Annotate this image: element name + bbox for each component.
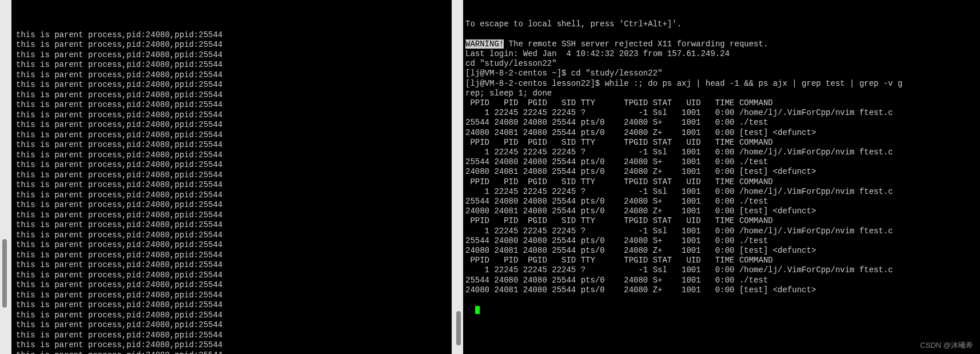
- ps-header: PPID PID PGID SID TTY TPGID STAT UID TIM…: [465, 256, 980, 265]
- output-line: this is parent process,pid:24080,ppid:25…: [16, 311, 452, 321]
- output-line: this is parent process,pid:24080,ppid:25…: [16, 300, 452, 311]
- ps-row: 1 22245 22245 22245 ? -1 Ssl 1001 0:00 /…: [465, 148, 980, 157]
- output-line: this is parent process,pid:24080,ppid:25…: [16, 230, 452, 241]
- left-terminal-pane[interactable]: this is parent process,pid:24080,ppid:25…: [0, 0, 452, 354]
- right-terminal-pane[interactable]: To escape to local shell, press 'Ctrl+Al…: [463, 0, 980, 354]
- output-line: this is parent process,pid:24080,ppid:25…: [16, 250, 452, 261]
- right-terminal-output: To escape to local shell, press 'Ctrl+Al…: [465, 19, 980, 295]
- output-line: this is parent process,pid:24080,ppid:25…: [16, 200, 452, 210]
- output-line: this is parent process,pid:24080,ppid:25…: [16, 260, 452, 271]
- ps-header: PPID PID PGID SID TTY TPGID STAT UID TIM…: [465, 177, 980, 187]
- ps-row: 24080 24081 24080 25544 pts/0 24080 Z+ 1…: [465, 246, 980, 256]
- output-line: this is parent process,pid:24080,ppid:25…: [16, 291, 452, 301]
- output-line: this is parent process,pid:24080,ppid:25…: [16, 150, 452, 161]
- output-line: this is parent process,pid:24080,ppid:25…: [16, 100, 452, 110]
- output-line: this is parent process,pid:24080,ppid:25…: [16, 210, 452, 221]
- ps-row: 25544 24080 24080 25544 pts/0 24080 S+ 1…: [465, 276, 980, 285]
- ps-header: PPID PID PGID SID TTY TPGID STAT UID TIM…: [465, 216, 980, 226]
- output-line: this is parent process,pid:24080,ppid:25…: [16, 50, 452, 61]
- output-line: this is parent process,pid:24080,ppid:25…: [16, 280, 452, 291]
- ps-row: 1 22245 22245 22245 ? -1 Ssl 1001 0:00 /…: [465, 187, 980, 197]
- output-line: this is parent process,pid:24080,ppid:25…: [16, 180, 452, 190]
- ps-row: 25544 24080 24080 25544 pts/0 24080 S+ 1…: [465, 157, 980, 167]
- left-scrollbar-thumb[interactable]: [2, 239, 7, 308]
- ps-row: 25544 24080 24080 25544 pts/0 24080 S+ 1…: [465, 236, 980, 246]
- output-line: Last login: Wed Jan 4 10:42:32 2023 from…: [465, 49, 980, 59]
- ps-row: 24080 24081 24080 25544 pts/0 24080 Z+ 1…: [465, 128, 980, 138]
- output-line: this is parent process,pid:24080,ppid:25…: [16, 170, 452, 181]
- output-line: this is parent process,pid:24080,ppid:25…: [16, 240, 452, 250]
- warning-label: WARNING!: [465, 39, 504, 49]
- output-line: rep; sleep 1; done: [465, 89, 980, 98]
- ps-row: 1 22245 22245 22245 ? -1 Ssl 1001 0:00 /…: [465, 265, 980, 275]
- ps-row: 24080 24081 24080 25544 pts/0 24080 Z+ 1…: [465, 167, 980, 177]
- output-line: this is parent process,pid:24080,ppid:25…: [16, 220, 452, 230]
- output-line: this is parent process,pid:24080,ppid:25…: [16, 160, 452, 170]
- output-line: [lj@VM-8-2-centos lesson22]$ while :; do…: [465, 79, 980, 89]
- output-line: this is parent process,pid:24080,ppid:25…: [16, 340, 452, 351]
- left-terminal-output: this is parent process,pid:24080,ppid:25…: [16, 30, 452, 355]
- output-line: [465, 30, 980, 39]
- ps-row: 25544 24080 24080 25544 pts/0 24080 S+ 1…: [465, 118, 980, 128]
- ps-header: PPID PID PGID SID TTY TPGID STAT UID TIM…: [465, 98, 980, 108]
- right-cursor: [475, 306, 480, 314]
- output-line: this is parent process,pid:24080,ppid:25…: [16, 190, 452, 201]
- output-line: this is parent process,pid:24080,ppid:25…: [16, 271, 452, 281]
- output-line: this is parent process,pid:24080,ppid:25…: [16, 30, 452, 41]
- output-line: this is parent process,pid:24080,ppid:25…: [16, 351, 452, 355]
- ps-row: 1 22245 22245 22245 ? -1 Ssl 1001 0:00 /…: [465, 108, 980, 118]
- watermark-text: CSDN @沐曦希: [920, 340, 973, 351]
- output-line: this is parent process,pid:24080,ppid:25…: [16, 140, 452, 150]
- output-line: this is parent process,pid:24080,ppid:25…: [16, 90, 452, 101]
- output-line: this is parent process,pid:24080,ppid:25…: [16, 80, 452, 90]
- output-line: this is parent process,pid:24080,ppid:25…: [16, 110, 452, 121]
- output-line: cd "study/lesson22": [465, 59, 980, 69]
- output-line: this is parent process,pid:24080,ppid:25…: [16, 40, 452, 50]
- output-line: this is parent process,pid:24080,ppid:25…: [16, 120, 452, 130]
- output-line: [lj@VM-8-2-centos ~]$ cd "study/lesson22…: [465, 69, 980, 78]
- output-line: To escape to local shell, press 'Ctrl+Al…: [465, 19, 980, 29]
- warning-line: WARNING! The remote SSH server rejected …: [465, 39, 980, 49]
- pane-divider[interactable]: [452, 0, 463, 354]
- output-line: this is parent process,pid:24080,ppid:25…: [16, 70, 452, 81]
- ps-row: 24080 24081 24080 25544 pts/0 24080 Z+ 1…: [465, 285, 980, 295]
- output-line: this is parent process,pid:24080,ppid:25…: [16, 130, 452, 141]
- right-scrollbar-thumb[interactable]: [456, 311, 461, 345]
- left-scrollbar-track[interactable]: [0, 0, 11, 354]
- ps-row: 25544 24080 24080 25544 pts/0 24080 S+ 1…: [465, 197, 980, 206]
- ps-header: PPID PID PGID SID TTY TPGID STAT UID TIM…: [465, 138, 980, 148]
- ps-row: 1 22245 22245 22245 ? -1 Ssl 1001 0:00 /…: [465, 226, 980, 236]
- output-line: this is parent process,pid:24080,ppid:25…: [16, 320, 452, 331]
- ps-row: 24080 24081 24080 25544 pts/0 24080 Z+ 1…: [465, 206, 980, 216]
- output-line: this is parent process,pid:24080,ppid:25…: [16, 60, 452, 70]
- output-line: this is parent process,pid:24080,ppid:25…: [16, 331, 452, 341]
